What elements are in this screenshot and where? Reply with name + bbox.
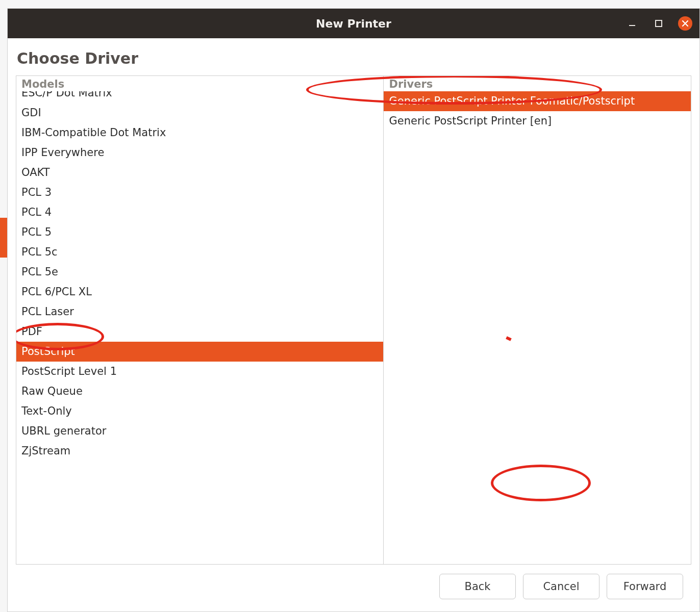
- cancel-button[interactable]: Cancel: [523, 574, 599, 599]
- dialog-content: Choose Driver Models ESC/P Dot MatrixGDI…: [8, 38, 699, 611]
- list-item[interactable]: PCL 3: [16, 183, 383, 202]
- close-icon: [682, 20, 689, 27]
- forward-button[interactable]: Forward: [607, 574, 683, 599]
- panes-container: Models ESC/P Dot MatrixGDIIBM-Compatible…: [16, 75, 691, 565]
- models-pane: Models ESC/P Dot MatrixGDIIBM-Compatible…: [16, 76, 384, 564]
- minimize-button[interactable]: [625, 16, 639, 31]
- drivers-pane: Drivers Generic PostScript Printer Fooma…: [384, 76, 691, 564]
- dialog-window: New Printer Choose Driver Models ESC/P D…: [7, 8, 700, 612]
- dialog-buttons: Back Cancel Forward: [16, 565, 691, 611]
- list-item[interactable]: ZjStream: [16, 441, 383, 461]
- close-button[interactable]: [678, 16, 692, 31]
- list-item[interactable]: GDI: [16, 103, 383, 123]
- list-item[interactable]: PDF: [16, 322, 383, 342]
- list-item[interactable]: OAKT: [16, 163, 383, 183]
- background-stripe: [0, 218, 7, 258]
- list-item[interactable]: PostScript Level 1: [16, 362, 383, 381]
- list-item[interactable]: PCL 4: [16, 202, 383, 222]
- window-controls: [625, 9, 692, 38]
- list-item[interactable]: PostScript: [16, 342, 383, 362]
- list-item[interactable]: PCL Laser: [16, 302, 383, 322]
- list-item[interactable]: PCL 6/PCL XL: [16, 282, 383, 302]
- list-item[interactable]: PCL 5c: [16, 242, 383, 262]
- models-header: Models: [16, 76, 383, 91]
- maximize-button[interactable]: [652, 16, 666, 31]
- window-title: New Printer: [316, 17, 391, 30]
- list-item[interactable]: IBM-Compatible Dot Matrix: [16, 123, 383, 143]
- list-item[interactable]: PCL 5: [16, 222, 383, 242]
- list-item[interactable]: IPP Everywhere: [16, 143, 383, 163]
- list-item[interactable]: Generic PostScript Printer [en]: [384, 111, 691, 131]
- titlebar: New Printer: [8, 9, 699, 38]
- back-button[interactable]: Back: [439, 574, 516, 599]
- list-item[interactable]: Raw Queue: [16, 381, 383, 401]
- list-item[interactable]: Text-Only: [16, 401, 383, 421]
- models-list[interactable]: ESC/P Dot MatrixGDIIBM-Compatible Dot Ma…: [16, 91, 383, 564]
- minimize-icon: [628, 19, 636, 28]
- svg-rect-0: [629, 25, 635, 26]
- list-item[interactable]: Generic PostScript Printer Foomatic/Post…: [384, 91, 691, 111]
- svg-rect-1: [656, 20, 662, 27]
- list-item[interactable]: PCL 5e: [16, 262, 383, 282]
- drivers-header: Drivers: [384, 76, 691, 91]
- page-title: Choose Driver: [17, 49, 691, 67]
- list-item[interactable]: UBRL generator: [16, 421, 383, 441]
- drivers-list[interactable]: Generic PostScript Printer Foomatic/Post…: [384, 91, 691, 564]
- maximize-icon: [655, 20, 662, 27]
- list-item[interactable]: ESC/P Dot Matrix: [16, 91, 383, 103]
